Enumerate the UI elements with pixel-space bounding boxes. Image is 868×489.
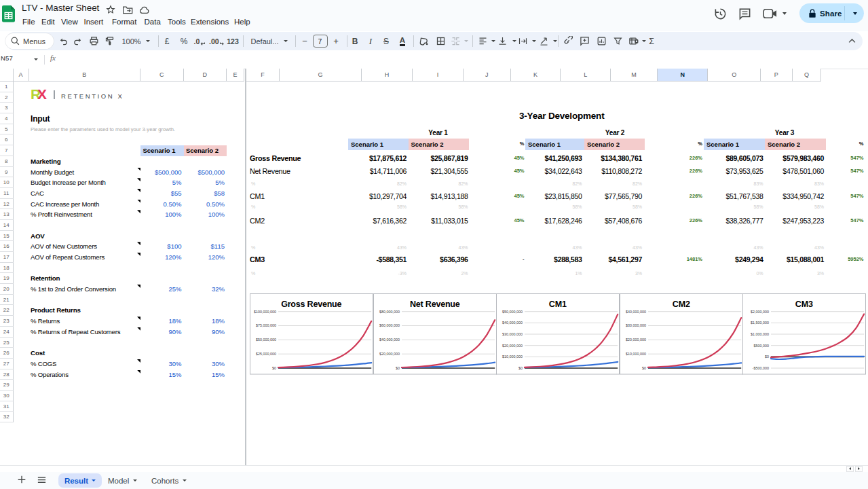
zoom-control[interactable]: 100%: [119, 32, 152, 50]
sheet-tab-cohorts[interactable]: Cohorts: [151, 473, 187, 488]
input-value-s2[interactable]: 18%: [184, 316, 225, 327]
input-section-marketing[interactable]: Marketing: [31, 156, 60, 167]
menu-insert[interactable]: Insert: [84, 16, 104, 27]
input-label-budget-increase-per-month[interactable]: Budget Increase per Month: [31, 177, 106, 188]
add-sheet-icon[interactable]: [16, 474, 27, 485]
table-row-label-cm1[interactable]: CM1: [250, 191, 265, 202]
row-header-28[interactable]: 28: [0, 369, 14, 380]
column-header-N[interactable]: N: [658, 69, 708, 82]
input-value-s1[interactable]: 90%: [140, 327, 182, 338]
input-value-s2[interactable]: 120%: [184, 252, 225, 263]
input-value-s2[interactable]: 90%: [184, 327, 225, 338]
insert-comment-icon[interactable]: [579, 32, 590, 50]
menu-tools[interactable]: Tools: [168, 16, 186, 27]
row-header-2[interactable]: 2: [0, 92, 14, 103]
row-header-19[interactable]: 19: [0, 273, 14, 284]
text-rotation-icon[interactable]: [538, 32, 549, 50]
input-value-s1[interactable]: $100: [140, 241, 182, 252]
row-header-11[interactable]: 11: [0, 188, 14, 199]
input-value-s2[interactable]: 32%: [184, 284, 225, 295]
input-section-aov[interactable]: AOV: [31, 231, 45, 242]
sheet-tab-model[interactable]: Model: [108, 473, 137, 488]
table-views-icon[interactable]: [628, 32, 639, 50]
input-value-s2[interactable]: 0.50%: [184, 199, 225, 210]
input-value-s1[interactable]: 5%: [140, 177, 182, 188]
input-label-cac-increase-per-month[interactable]: CAC Increase per Month: [31, 199, 99, 210]
scroll-right-button[interactable]: [855, 466, 863, 473]
row-header-7[interactable]: 7: [0, 145, 14, 156]
row-header-20[interactable]: 20: [0, 284, 14, 295]
more-formats-button[interactable]: 123: [225, 32, 240, 50]
text-color-button[interactable]: A: [397, 32, 408, 50]
row-header-6[interactable]: 6: [0, 134, 14, 145]
name-box-caret-icon[interactable]: [34, 58, 38, 60]
column-header-E[interactable]: E: [227, 69, 244, 82]
undo-icon[interactable]: [57, 32, 68, 50]
comment-history-icon[interactable]: [738, 7, 751, 20]
chart-cm2[interactable]: CM2$40,000,000$30,000,000$20,000,000$10,…: [620, 293, 744, 375]
table-row-label-net-revenue[interactable]: Net Revenue: [250, 166, 290, 177]
input-label-monthly-budget[interactable]: Monthly Budget: [31, 167, 74, 178]
column-header-L[interactable]: L: [561, 69, 611, 82]
input-label--1st-to-2nd-order-conversion[interactable]: % 1st to 2nd Order Conversion: [31, 284, 116, 295]
column-header-A[interactable]: A: [14, 69, 29, 82]
input-scenario-header-2[interactable]: Scenario 2: [184, 145, 227, 156]
table-row-label-cm2[interactable]: CM2: [250, 215, 265, 226]
all-sheets-icon[interactable]: [37, 475, 47, 485]
input-label--operations[interactable]: % Operations: [31, 369, 69, 380]
input-value-s1[interactable]: 25%: [140, 284, 182, 295]
row-header-16[interactable]: 16: [0, 241, 14, 252]
column-header-J[interactable]: J: [464, 69, 511, 82]
column-header-Q[interactable]: Q: [793, 69, 822, 82]
vertical-align-icon[interactable]: [497, 32, 508, 50]
input-label-aov-of-repeat-customers[interactable]: AOV of Repeat Customers: [31, 252, 105, 263]
input-value-s1[interactable]: 120%: [140, 252, 182, 263]
menu-data[interactable]: Data: [145, 16, 161, 27]
menu-view[interactable]: View: [61, 16, 78, 27]
chart-cm3[interactable]: CM3$2,000,000$1,500,000$1,000,000$500,00…: [742, 293, 867, 375]
row-header-1[interactable]: 1: [0, 82, 14, 92]
row-header-30[interactable]: 30: [0, 391, 14, 401]
table-growth-pct[interactable]: 547%: [789, 191, 864, 202]
table-scenario-header-y1-s1[interactable]: Scenario 1: [348, 139, 409, 151]
menus-search-button[interactable]: Menus: [5, 33, 54, 49]
input-value-s1[interactable]: 15%: [140, 369, 182, 380]
column-header-P[interactable]: P: [761, 69, 793, 82]
input-section-retention[interactable]: Retention: [31, 273, 60, 284]
row-header-15[interactable]: 15: [0, 231, 14, 242]
input-value-s1[interactable]: 30%: [140, 359, 182, 369]
input-value-s2[interactable]: 30%: [184, 359, 225, 369]
table-scenario-header-y2-s2[interactable]: Scenario 2: [584, 139, 645, 151]
input-value-s2[interactable]: 5%: [184, 177, 225, 188]
select-all-corner[interactable]: [0, 69, 14, 82]
star-icon[interactable]: [106, 5, 115, 14]
input-label--cogs[interactable]: % COGS: [31, 359, 56, 369]
menu-format[interactable]: Format: [112, 16, 136, 27]
input-section-product-returns[interactable]: Product Returns: [31, 305, 81, 316]
input-value-s1[interactable]: 0.50%: [140, 199, 182, 210]
italic-button[interactable]: I: [365, 32, 376, 50]
table-scenario-header-y3-s1[interactable]: Scenario 1: [704, 139, 765, 151]
video-call-caret-icon[interactable]: [782, 12, 787, 15]
input-value-s2[interactable]: 15%: [184, 369, 225, 380]
row-header-31[interactable]: 31: [0, 401, 14, 412]
menu-edit[interactable]: Edit: [41, 16, 55, 27]
bold-button[interactable]: B: [350, 32, 360, 50]
table-row-label-cm3[interactable]: CM3: [250, 254, 265, 265]
input-label-aov-of-new-customers[interactable]: AOV of New Customers: [31, 241, 97, 252]
input-value-s2[interactable]: $58: [184, 188, 225, 199]
table-growth-pct[interactable]: 547%: [789, 215, 864, 226]
input-scenario-header-1[interactable]: Scenario 1: [140, 145, 184, 156]
menu-extensions[interactable]: Extensions: [191, 16, 229, 27]
version-history-icon[interactable]: [714, 7, 727, 20]
document-title[interactable]: LTV - Master Sheet: [22, 3, 99, 13]
functions-button[interactable]: Σ: [645, 32, 658, 50]
input-value-s2[interactable]: 100%: [184, 209, 225, 220]
input-value-s2[interactable]: $115: [184, 241, 225, 252]
input-value-s2[interactable]: $500,000: [184, 167, 225, 178]
row-header-27[interactable]: 27: [0, 359, 14, 369]
row-header-22[interactable]: 22: [0, 305, 14, 316]
redo-icon[interactable]: [73, 32, 83, 50]
column-header-C[interactable]: C: [140, 69, 184, 82]
fill-color-icon[interactable]: [417, 32, 428, 50]
